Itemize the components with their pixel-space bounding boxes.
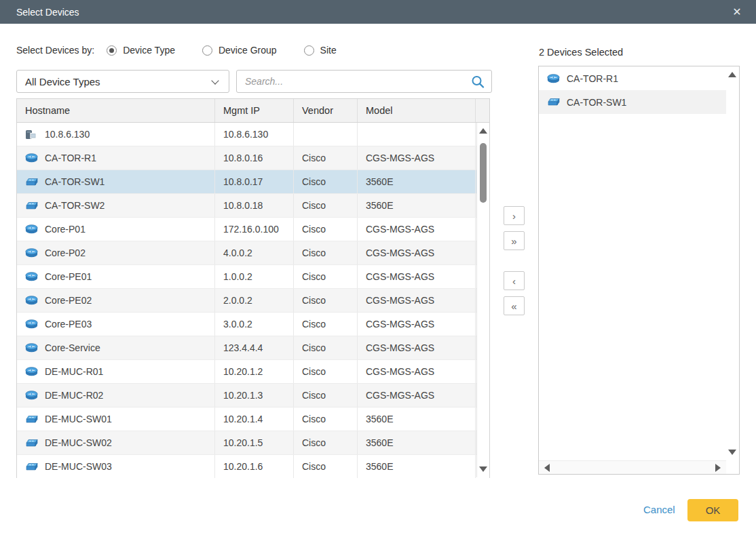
model-cell: 3560E [358,455,476,478]
search-box [236,70,492,93]
add-all-button[interactable]: » [504,231,525,250]
hostname-label: Core-Service [45,342,100,353]
table-row[interactable]: Core-P01172.16.0.100CiscoCGS-MGS-AGS [17,218,489,241]
router-icon [25,319,39,329]
switch-icon [25,201,39,210]
device-table-body: 10.8.6.13010.8.6.130CA-TOR-R110.8.0.16Ci… [17,123,489,478]
switch-icon [25,415,39,424]
switch-icon [25,439,39,447]
vendor-cell: Cisco [294,360,358,383]
selected-list-vertical-scrollbar[interactable] [726,66,739,460]
mgmt-ip-cell: 123.4.4.4 [215,336,294,359]
table-row[interactable]: DE-MUC-SW0310.20.1.6Cisco3560E [17,455,489,478]
search-icon[interactable] [470,75,485,90]
radio-site-label: Site [320,45,337,56]
table-row[interactable]: Core-PE033.0.0.2CiscoCGS-MGS-AGS [17,313,489,336]
hostname-cell: DE-MUC-SW01 [17,407,215,431]
mgmt-ip-cell: 10.8.0.16 [215,146,294,170]
scroll-left-icon[interactable] [544,464,550,472]
selected-device-item[interactable]: CA-TOR-SW1 [539,90,726,114]
model-cell: CGS-MGS-AGS [358,265,476,288]
table-row[interactable]: CA-TOR-SW210.8.0.18Cisco3560E [17,194,489,218]
scrollbar-thumb[interactable] [480,143,487,203]
table-row[interactable]: Core-PE022.0.0.2CiscoCGS-MGS-AGS [17,289,489,313]
remove-selected-button[interactable]: ‹ [504,271,525,290]
hostname-cell: DE-MUC-SW03 [17,455,215,478]
table-row[interactable]: Core-Service123.4.4.4CiscoCGS-MGS-AGS [17,336,489,360]
cancel-button[interactable]: Cancel [643,504,675,515]
hostname-label: DE-MUC-SW01 [45,414,112,424]
mgmt-ip-cell: 10.20.1.4 [215,407,294,431]
remove-all-button[interactable]: « [504,296,525,315]
device-table: Hostname Mgmt IP Vendor Model 10.8.6.130… [16,98,490,478]
scroll-up-icon[interactable] [728,72,736,77]
radio-device-type[interactable]: Device Type [107,45,175,56]
hostname-cell: CA-TOR-SW2 [17,194,215,217]
hostname-cell: Core-Service [17,336,215,359]
column-header-vendor[interactable]: Vendor [294,99,358,122]
table-row[interactable]: DE-MUC-SW0110.20.1.4Cisco3560E [17,407,489,431]
close-icon[interactable]: ✕ [727,0,746,24]
hostname-cell: Core-PE02 [17,289,215,312]
table-row[interactable]: CA-TOR-R110.8.0.16CiscoCGS-MGS-AGS [17,146,489,170]
hostname-cell: 10.8.6.130 [17,123,215,146]
column-header-model[interactable]: Model [358,99,476,122]
hostname-cell: CA-TOR-R1 [17,146,215,170]
table-row[interactable]: 10.8.6.13010.8.6.130 [17,123,489,146]
scroll-down-icon[interactable] [728,450,736,455]
switch-icon [25,462,39,471]
radio-device-group[interactable]: Device Group [202,45,277,56]
vendor-cell: Cisco [294,455,358,478]
model-cell: CGS-MGS-AGS [358,313,476,336]
router-icon [25,153,39,163]
router-icon [25,224,39,234]
table-row[interactable]: DE-MUC-R0210.20.1.3CiscoCGS-MGS-AGS [17,384,489,407]
vendor-cell: Cisco [294,265,358,288]
search-input[interactable] [237,71,463,92]
model-cell: 3560E [358,194,476,217]
scroll-up-icon[interactable] [479,128,487,134]
column-header-spacer [476,99,489,122]
hostname-label: CA-TOR-SW2 [45,200,105,211]
mgmt-ip-cell: 4.0.0.2 [215,241,294,264]
scroll-down-icon[interactable] [479,466,487,472]
table-row[interactable]: DE-MUC-R0110.20.1.2CiscoCGS-MGS-AGS [17,360,489,384]
mgmt-ip-cell: 172.16.0.100 [215,218,294,241]
hostname-label: Core-PE01 [45,271,92,282]
vendor-cell: Cisco [294,170,358,193]
hostname-label: Core-P02 [45,247,86,258]
vendor-cell: Cisco [294,241,358,264]
radio-site[interactable]: Site [304,45,337,56]
mgmt-ip-cell: 10.8.0.18 [215,194,294,217]
hostname-label: CA-TOR-R1 [45,153,96,163]
selected-device-item[interactable]: CA-TOR-R1 [539,66,726,90]
scroll-right-icon[interactable] [715,464,721,472]
model-cell: CGS-MGS-AGS [358,336,476,359]
device-type-dropdown[interactable]: All Device Types [16,70,229,93]
switch-icon [25,178,39,186]
model-cell: CGS-MGS-AGS [358,241,476,264]
model-cell: 3560E [358,170,476,193]
table-row[interactable]: DE-MUC-SW0210.20.1.5Cisco3560E [17,431,489,455]
table-row[interactable]: Core-PE011.0.0.2CiscoCGS-MGS-AGS [17,265,489,289]
add-selected-button[interactable]: › [504,206,525,225]
router-icon [25,391,39,400]
router-icon [547,74,561,83]
select-by-group: Select Devices by: Device Type Device Gr… [16,43,364,57]
radio-unselected-icon [304,45,314,56]
ok-button[interactable]: OK [687,499,738,521]
mgmt-ip-cell: 10.20.1.5 [215,431,294,454]
model-cell: CGS-MGS-AGS [358,289,476,312]
table-vertical-scrollbar[interactable] [476,123,489,477]
hostname-label: DE-MUC-R01 [45,366,103,377]
vendor-cell: Cisco [294,313,358,336]
column-header-hostname[interactable]: Hostname [17,99,215,122]
selected-device-name: CA-TOR-R1 [567,73,618,84]
vendor-cell: Cisco [294,289,358,312]
table-row[interactable]: Core-P024.0.0.2CiscoCGS-MGS-AGS [17,241,489,265]
vendor-cell: Cisco [294,407,358,431]
table-row[interactable]: CA-TOR-SW110.8.0.17Cisco3560E [17,170,489,194]
selected-list-horizontal-scrollbar[interactable] [539,460,726,474]
hostname-label: CA-TOR-SW1 [45,176,105,187]
column-header-mgmt-ip[interactable]: Mgmt IP [215,99,294,122]
